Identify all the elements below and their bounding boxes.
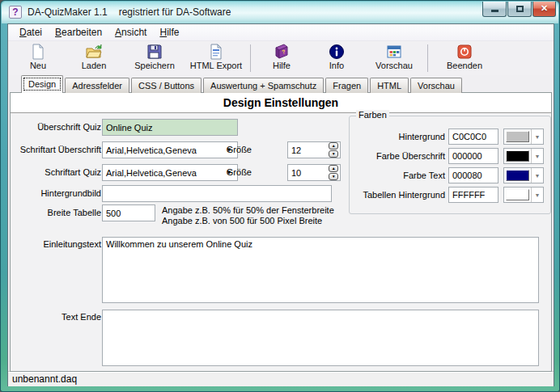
color-swatch [506,131,529,142]
tab-auswertung-spamschutz[interactable]: Auswertung + Spamschutz [203,78,324,93]
hintergrund-color-input[interactable] [448,129,498,145]
save-button-label: Speichern [134,61,175,71]
color-swatch [506,189,529,200]
tab-design[interactable]: Design [21,75,63,93]
schriftart-quiz-label: Schriftart Quiz [11,167,101,177]
spin-up-icon[interactable]: ▲ [329,165,338,172]
load-button[interactable]: Laden [63,43,125,74]
schriftart-ueberschrift-value: Arial,Helvetica,Geneva [106,145,197,155]
farbe-text-label: Farbe Text [350,171,445,180]
groesse-quiz-input[interactable] [288,165,329,180]
status-filename: unbenannt.daq [12,373,77,385]
spin-up-icon[interactable]: ▲ [329,142,338,150]
window-title: DA-QuizMaker 1.1registriert für DA-Softw… [28,6,231,18]
spin-down-icon[interactable]: ▼ [329,173,338,180]
title-bar[interactable]: ? DA-QuizMaker 1.1registriert für DA-Sof… [2,2,558,23]
open-folder-icon [86,44,102,60]
window-controls: ✕ [482,2,556,17]
tab-strip: Design Adressfelder CSS / Buttons Auswer… [21,76,464,93]
groesse-quiz-label: Größe [195,167,252,177]
maximize-button[interactable] [507,2,532,17]
tabellen-hintergrund-picker[interactable]: ▼ [503,187,544,203]
ueberschrift-quiz-input[interactable] [102,119,238,136]
tabellen-hintergrund-input[interactable] [448,187,498,203]
hintergrund-color-label: Hintergrund [350,132,445,141]
save-floppy-icon [146,44,163,60]
close-button[interactable]: ✕ [532,2,556,17]
app-window: ? DA-QuizMaker 1.1registriert für DA-Sof… [0,0,560,392]
spinner-buttons: ▲▼ [329,142,340,158]
design-tab-page: Design Einstellungen Überschrift Quiz Sc… [10,92,552,372]
groesse-ueberschrift-input[interactable] [288,142,329,158]
preview-button[interactable]: Vorschau [363,43,425,74]
tab-adressfelder[interactable]: Adressfelder [65,78,129,93]
chevron-down-icon[interactable]: ▼ [531,168,543,183]
chevron-down-icon[interactable]: ▼ [531,188,543,202]
hintergrund-color-picker[interactable]: ▼ [503,129,544,145]
preview-button-label: Vorschau [375,61,413,71]
tab-css-buttons[interactable]: CSS / Buttons [131,78,202,93]
menu-datei[interactable]: Datei [13,25,49,40]
info-circle-icon [329,44,345,60]
client-area: Datei Bearbeiten Ansicht Hilfe Neu Laden [7,23,554,386]
html-export-button-label: HTML Export [190,61,242,71]
breite-tabelle-label: Breite Tabelle [11,208,101,217]
groesse-quiz-spinner[interactable]: ▲▼ [287,164,341,181]
groesse-ueberschrift-label: Größe [195,145,252,154]
minimize-button[interactable] [482,2,507,17]
farbe-ueberschrift-input[interactable] [448,148,498,164]
groesse-ueberschrift-spinner[interactable]: ▲▼ [287,141,341,158]
status-bar: unbenannt.daq [8,371,554,386]
load-button-label: Laden [82,61,107,71]
farbe-text-input[interactable] [448,167,498,183]
schriftart-quiz-value: Arial,Helvetica,Geneva [106,168,197,178]
preview-window-icon [386,44,402,60]
chevron-down-icon[interactable]: ▼ [531,149,543,163]
einleitungstext-label: Einleitungstext [11,239,101,249]
tab-vorschau[interactable]: Vorschau [410,78,462,93]
info-button-label: Info [329,61,344,71]
save-button[interactable]: Speichern [125,43,185,74]
exit-power-icon [456,44,473,60]
text-ende-textarea[interactable] [102,310,539,366]
close-icon: ✕ [533,3,555,14]
tab-html[interactable]: HTML [370,78,409,93]
toolbar-separator [250,44,251,72]
exit-button[interactable]: Beenden [431,43,498,74]
menu-ansicht[interactable]: Ansicht [108,25,153,40]
new-document-icon [30,44,46,60]
help-book-icon: ? [274,44,290,60]
farbe-text-picker[interactable]: ▼ [503,167,544,183]
new-button[interactable]: Neu [13,43,63,74]
breite-tabelle-hint-1: Angabe z.B. 50% für 50% der Fensterbreit… [162,205,334,216]
farbe-ueberschrift-label: Farbe Überschrift [350,151,445,161]
hintergrundbild-label: Hintergrundbild [11,188,101,198]
help-button[interactable]: ? Hilfe [253,43,310,74]
farben-legend: Farben [356,110,389,120]
html-export-page-icon [208,44,224,60]
tab-fragen[interactable]: Fragen [325,78,368,93]
schriftart-ueberschrift-label: Schriftart Überschrift [11,145,101,154]
farben-group: Farben Hintergrund ▼ Farbe Überschrift ▼… [349,116,551,214]
html-export-button[interactable]: HTML Export [185,43,248,74]
spinner-buttons: ▲▼ [329,165,340,180]
spin-down-icon[interactable]: ▼ [329,150,338,158]
menu-hilfe[interactable]: Hilfe [153,25,185,40]
einleitungstext-textarea[interactable]: Willkommen zu unserem Online Quiz [102,237,539,303]
menu-bar: Datei Bearbeiten Ansicht Hilfe [8,24,554,41]
toolbar: Neu Laden Speichern HTML Export [8,41,554,75]
app-icon: ? [9,6,22,19]
minimize-icon [491,10,498,12]
menu-bearbeiten[interactable]: Bearbeiten [49,25,108,40]
chevron-down-icon[interactable]: ▼ [531,129,543,144]
farbe-ueberschrift-picker[interactable]: ▼ [503,148,544,164]
maximize-icon [516,6,524,12]
breite-tabelle-input[interactable] [102,204,155,221]
help-button-label: Hilfe [273,61,291,71]
hintergrundbild-input[interactable] [102,185,332,202]
color-swatch [506,170,529,181]
info-button[interactable]: Info [310,43,363,74]
text-ende-label: Text Ende [11,312,101,322]
toolbar-separator [427,44,428,72]
window-title-registered: registriert für DA-Software [119,6,231,18]
